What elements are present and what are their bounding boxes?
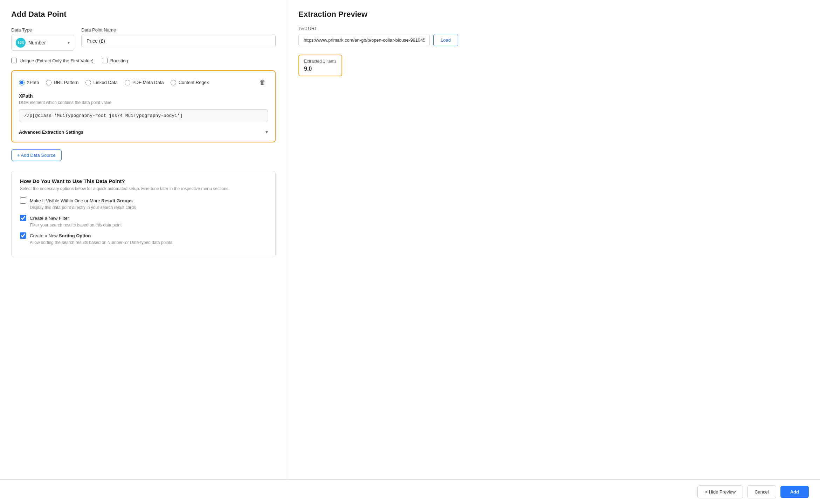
result-groups-desc: Display this data point directly in your… <box>30 205 267 210</box>
cancel-button[interactable]: Cancel <box>747 485 776 498</box>
page-title: Add Data Point <box>11 10 276 19</box>
test-url-label: Test URL <box>298 26 458 31</box>
data-point-name-input[interactable] <box>81 35 276 47</box>
radio-pdf-meta-label: PDF Meta Data <box>132 80 164 85</box>
usage-option-filter: Create a New Filter Filter your search r… <box>20 215 267 227</box>
checkbox-row: Unique (Extract Only the First Value) Bo… <box>11 58 276 63</box>
usage-title: How Do You Want to Use This Data Point? <box>20 178 267 184</box>
radio-xpath-input[interactable] <box>19 80 25 85</box>
data-type-value: Number <box>28 40 65 46</box>
radio-url-pattern-input[interactable] <box>46 80 51 85</box>
radio-pdf-meta-input[interactable] <box>125 80 130 85</box>
filter-desc: Filter your search results based on this… <box>30 223 267 227</box>
radio-url-pattern[interactable]: URL Pattern <box>46 80 78 85</box>
radio-linked-data-label: Linked Data <box>93 80 117 85</box>
data-type-select[interactable]: 123 Number ▾ <box>11 35 74 51</box>
radio-linked-data-input[interactable] <box>85 80 91 85</box>
result-groups-checkbox[interactable] <box>20 197 26 204</box>
radio-pdf-meta[interactable]: PDF Meta Data <box>125 80 164 85</box>
chevron-down-icon: ▾ <box>266 129 268 135</box>
advanced-label: Advanced Extraction Settings <box>19 130 83 135</box>
sorting-desc: Allow sorting the search results based o… <box>30 240 267 245</box>
usage-option-sorting: Create a New Sorting Option Allow sortin… <box>20 232 267 245</box>
xpath-section: XPath DOM element which contains the dat… <box>19 93 268 122</box>
extracted-value: 9.0 <box>304 66 337 72</box>
data-type-group: Data Type 123 Number ▾ <box>11 27 74 51</box>
right-panel: Extraction Preview Test URL Load Extract… <box>287 0 469 479</box>
right-panel-title: Extraction Preview <box>298 10 458 19</box>
boosting-checkbox-label: Boosting <box>110 58 128 63</box>
hide-preview-button[interactable]: > Hide Preview <box>697 485 743 498</box>
field-row: Data Type 123 Number ▾ Data Point Name <box>11 27 276 51</box>
xpath-input[interactable] <box>19 109 268 122</box>
xpath-subtitle: DOM element which contains the data poin… <box>19 100 268 105</box>
add-data-source-button[interactable]: + Add Data Source <box>11 149 62 161</box>
sorting-label: Create a New Sorting Option <box>30 233 91 238</box>
add-button[interactable]: Add <box>780 486 809 498</box>
data-point-name-group: Data Point Name <box>81 27 276 51</box>
result-groups-label: Make It Visible Within One or More Resul… <box>30 198 133 203</box>
unique-checkbox[interactable] <box>11 58 17 63</box>
delete-source-button[interactable]: 🗑 <box>257 78 268 87</box>
test-url-input[interactable] <box>298 34 430 46</box>
filter-label: Create a New Filter <box>30 216 69 221</box>
usage-subtitle: Select the necessary options below for a… <box>20 186 267 191</box>
unique-checkbox-label: Unique (Extract Only the First Value) <box>20 58 94 63</box>
boosting-checkbox-item[interactable]: Boosting <box>102 58 128 63</box>
radio-content-regex[interactable]: Content Regex <box>171 80 209 85</box>
left-panel: Add Data Point Data Type 123 Number ▾ Da… <box>0 0 287 479</box>
sorting-checkbox[interactable] <box>20 232 26 239</box>
xpath-title: XPath <box>19 93 268 99</box>
load-button[interactable]: Load <box>433 34 458 46</box>
page-container: Add Data Point Data Type 123 Number ▾ Da… <box>0 0 820 504</box>
boosting-checkbox[interactable] <box>102 58 108 63</box>
radio-xpath-label: XPath <box>27 80 39 85</box>
radio-url-pattern-label: URL Pattern <box>54 80 78 85</box>
radio-content-regex-label: Content Regex <box>178 80 209 85</box>
filter-checkbox[interactable] <box>20 215 26 221</box>
radio-xpath[interactable]: XPath <box>19 80 39 85</box>
main-content: Add Data Point Data Type 123 Number ▾ Da… <box>0 0 820 479</box>
unique-checkbox-item[interactable]: Unique (Extract Only the First Value) <box>11 58 94 63</box>
radio-group: XPath URL Pattern Linked Data PDF Meta D… <box>19 78 268 87</box>
footer: > Hide Preview Cancel Add <box>0 479 820 504</box>
number-icon: 123 <box>16 38 26 48</box>
extracted-box: Extracted 1 items 9.0 <box>298 55 342 76</box>
usage-section: How Do You Want to Use This Data Point? … <box>11 171 276 257</box>
data-point-name-label: Data Point Name <box>81 27 276 33</box>
extracted-label: Extracted 1 items <box>304 59 337 64</box>
test-url-row: Load <box>298 34 458 46</box>
source-card: XPath URL Pattern Linked Data PDF Meta D… <box>11 70 276 142</box>
data-type-label: Data Type <box>11 27 74 33</box>
radio-content-regex-input[interactable] <box>171 80 176 85</box>
radio-linked-data[interactable]: Linked Data <box>85 80 117 85</box>
chevron-down-icon: ▾ <box>68 40 70 45</box>
advanced-extraction-row[interactable]: Advanced Extraction Settings ▾ <box>19 124 268 135</box>
usage-option-result-groups: Make It Visible Within One or More Resul… <box>20 197 267 210</box>
